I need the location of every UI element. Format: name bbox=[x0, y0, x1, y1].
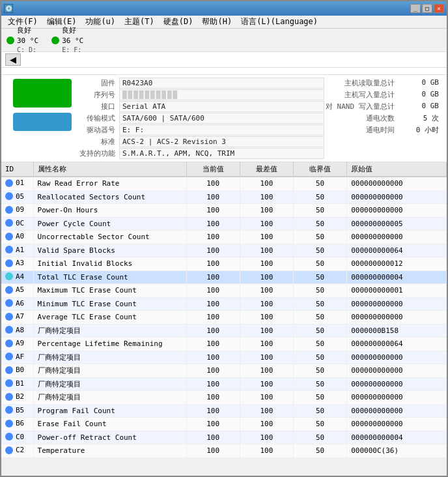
table-row[interactable]: C0 Power-off Retract Count 100 100 50 00… bbox=[1, 431, 447, 444]
cell-name: Power-off Retract Count bbox=[33, 431, 186, 444]
main-window: 💿 _ □ ✕ 文件(F) 编辑(E) 功能(u) 主题(T) 硬盘(D) 帮助… bbox=[0, 0, 448, 477]
cell-worst: 100 bbox=[240, 270, 293, 284]
menu-theme[interactable]: 主题(T) bbox=[120, 15, 158, 29]
cell-worst: 100 bbox=[240, 204, 293, 218]
cell-threshold: 50 bbox=[293, 431, 346, 444]
cell-threshold: 50 bbox=[293, 377, 346, 391]
smart-table-container[interactable]: ID 属性名称 当前值 最差值 临界值 原始值 01 Raw Read Erro… bbox=[1, 162, 447, 476]
menu-help[interactable]: 帮助(H) bbox=[198, 15, 236, 29]
smart-table: ID 属性名称 当前值 最差值 临界值 原始值 01 Raw Read Erro… bbox=[1, 162, 447, 458]
cell-raw: 000000000000 bbox=[347, 204, 447, 218]
table-row[interactable]: AF 厂商特定项目 100 100 50 000000000000 bbox=[1, 351, 447, 364]
cell-current: 100 bbox=[186, 244, 240, 257]
temp-box bbox=[13, 113, 72, 131]
table-row[interactable]: A8 厂商特定项目 100 100 50 0000000B158 bbox=[1, 324, 447, 338]
cell-raw: 000000000004 bbox=[347, 431, 447, 444]
table-row[interactable]: A7 Average TLC Erase Count 100 100 50 00… bbox=[1, 311, 447, 325]
cell-worst: 100 bbox=[240, 244, 293, 257]
close-button[interactable]: ✕ bbox=[434, 4, 444, 13]
table-row[interactable]: 01 Raw Read Error Rate 100 100 50 000000… bbox=[1, 177, 447, 190]
value-firmware: R0423A0 bbox=[119, 78, 324, 89]
table-row[interactable]: B5 Program Fail Count 100 100 50 0000000… bbox=[1, 404, 447, 418]
label-features: 支持的功能 bbox=[78, 148, 117, 159]
right-panel: 主机读取量总计 0 GB 主机写入量总计 0 GB 对 NAND 写入量总计 0… bbox=[324, 78, 441, 159]
cell-worst: 100 bbox=[240, 444, 293, 458]
table-row[interactable]: C2 Temperature 100 100 50 000000C(36) bbox=[1, 444, 447, 458]
cell-raw: 000000000000 bbox=[347, 351, 447, 364]
info-section: 固件 R0423A0 序列号 ██████████ 接口 Serial ATA … bbox=[1, 75, 447, 162]
cell-current: 100 bbox=[186, 177, 240, 190]
cell-current: 100 bbox=[186, 270, 240, 284]
row-icon bbox=[5, 246, 13, 253]
maximize-button[interactable]: □ bbox=[422, 4, 432, 13]
row-icon bbox=[5, 192, 13, 200]
cell-id: A3 bbox=[1, 257, 33, 271]
cell-raw: 000000000000 bbox=[347, 311, 447, 325]
table-row[interactable]: A6 Minimum TLC Erase Count 100 100 50 00… bbox=[1, 297, 447, 311]
menu-function[interactable]: 功能(u) bbox=[81, 15, 119, 29]
nav-bar: ◀ bbox=[1, 52, 447, 68]
cell-raw: 000000000005 bbox=[347, 217, 447, 231]
table-row[interactable]: B0 厂商特定项目 100 100 50 000000000000 bbox=[1, 364, 447, 378]
cell-worst: 100 bbox=[240, 284, 293, 298]
cell-id: B5 bbox=[1, 404, 33, 418]
cell-current: 100 bbox=[186, 217, 240, 231]
cell-name: Program Fail Count bbox=[33, 404, 186, 418]
table-header-row: ID 属性名称 当前值 最差值 临界值 原始值 bbox=[1, 162, 447, 177]
cell-threshold: 50 bbox=[293, 270, 346, 284]
prev-disk-button[interactable]: ◀ bbox=[5, 53, 21, 66]
value-features: S.M.A.R.T., APM, NCQ, TRIM bbox=[119, 148, 324, 159]
row-icon bbox=[5, 299, 13, 307]
menu-disk[interactable]: 硬盘(D) bbox=[160, 15, 197, 29]
row-icon bbox=[5, 379, 13, 387]
table-row[interactable]: A0 Uncorrectable Sector Count 100 100 50… bbox=[1, 231, 447, 244]
table-row[interactable]: 09 Power-On Hours 100 100 50 00000000000… bbox=[1, 204, 447, 218]
value-nand-write: 0 GB bbox=[399, 101, 441, 112]
cell-raw: 000000000004 bbox=[347, 270, 447, 284]
table-row[interactable]: A3 Initial Invalid Blocks 100 100 50 000… bbox=[1, 257, 447, 271]
table-row[interactable]: A5 Maximum TLC Erase Count 100 100 50 00… bbox=[1, 284, 447, 298]
menu-language[interactable]: 语言(L)(Language) bbox=[237, 15, 322, 29]
row-icon bbox=[5, 340, 13, 347]
health-box bbox=[13, 79, 72, 108]
cell-id: A0 bbox=[1, 231, 33, 244]
table-row[interactable]: 05 Reallocated Sectors Count 100 100 50 … bbox=[1, 190, 447, 204]
cell-name: Erase Fail Count bbox=[33, 418, 186, 431]
cell-threshold: 50 bbox=[293, 364, 346, 378]
table-row[interactable]: A1 Valid Spare Blocks 100 100 50 0000000… bbox=[1, 244, 447, 257]
table-row[interactable]: A9 Percentage Lifetime Remaining 100 100… bbox=[1, 338, 447, 351]
value-driveid: E: F: bbox=[119, 124, 324, 136]
cell-current: 100 bbox=[186, 391, 240, 405]
table-row[interactable]: B6 Erase Fail Count 100 100 50 000000000… bbox=[1, 418, 447, 431]
table-row[interactable]: 0C Power Cycle Count 100 100 50 00000000… bbox=[1, 217, 447, 231]
cell-raw: 000000000000 bbox=[347, 364, 447, 378]
row-icon bbox=[5, 433, 13, 441]
drive-status-1[interactable]: 良好 30 °C C: D: bbox=[7, 25, 38, 55]
label-host-read: 主机读取量总计 bbox=[324, 78, 396, 89]
cell-worst: 100 bbox=[240, 338, 293, 351]
row-icon bbox=[5, 446, 13, 454]
drive-status-2[interactable]: 良好 36 °C E: F: bbox=[51, 25, 83, 55]
cell-id: 01 bbox=[1, 177, 33, 190]
cell-raw: 000000C(36) bbox=[347, 444, 447, 458]
cell-worst: 100 bbox=[240, 257, 293, 271]
row-icon bbox=[5, 179, 13, 187]
table-row[interactable]: B2 厂商特定项目 100 100 50 000000000000 bbox=[1, 391, 447, 405]
cell-name: 厂商特定项目 bbox=[33, 377, 186, 391]
cell-id: B0 bbox=[1, 364, 33, 378]
col-header-name: 属性名称 bbox=[33, 162, 186, 177]
cell-threshold: 50 bbox=[293, 204, 346, 218]
cell-worst: 100 bbox=[240, 404, 293, 418]
cell-id: A1 bbox=[1, 244, 33, 257]
cell-worst: 100 bbox=[240, 297, 293, 311]
value-power-count: 5 次 bbox=[399, 113, 441, 124]
table-row[interactable]: A4 Total TLC Erase Count 100 100 50 0000… bbox=[1, 270, 447, 284]
label-driveid: 驱动器号 bbox=[78, 124, 117, 136]
table-row[interactable]: B1 厂商特定项目 100 100 50 000000000000 bbox=[1, 377, 447, 391]
cell-id: 0C bbox=[1, 217, 33, 231]
cell-name: Initial Invalid Blocks bbox=[33, 257, 186, 271]
minimize-button[interactable]: _ bbox=[410, 4, 421, 13]
cell-name: Temperature bbox=[33, 444, 186, 458]
cell-threshold: 50 bbox=[293, 177, 346, 190]
cell-current: 100 bbox=[186, 257, 240, 271]
